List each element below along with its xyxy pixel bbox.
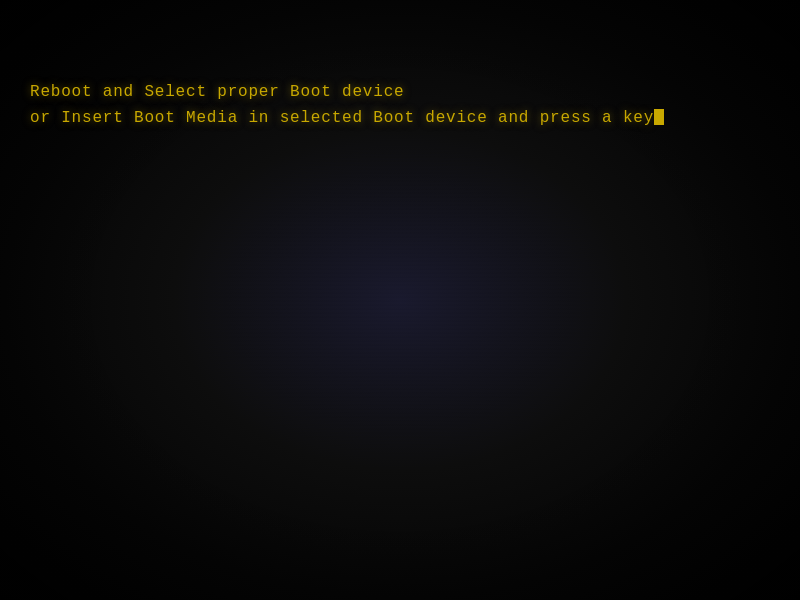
text-cursor <box>654 109 664 125</box>
boot-error-message: Reboot and Select proper Boot device or … <box>30 80 664 131</box>
bios-screen: Reboot and Select proper Boot device or … <box>0 0 800 600</box>
boot-message-line2: or Insert Boot Media in selected Boot de… <box>30 106 664 132</box>
boot-message-line1: Reboot and Select proper Boot device <box>30 80 664 106</box>
